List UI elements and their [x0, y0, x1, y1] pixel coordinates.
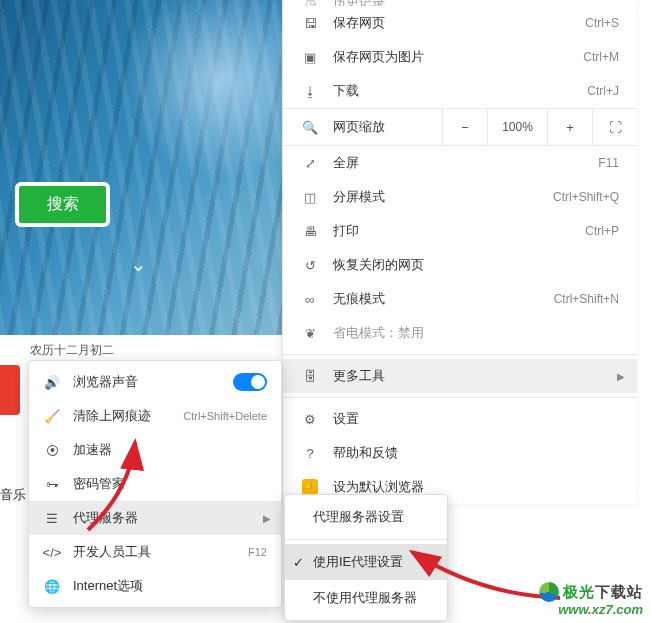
- menu-label: 密码管家: [73, 475, 267, 493]
- more-tools-menu: 🔊 浏览器声音 🧹 清除上网痕迹 Ctrl+Shift+Delete ⦿ 加速器…: [28, 360, 282, 608]
- menu-item-zoom: 🔍 网页缩放 − 100% + ⛶: [283, 108, 637, 146]
- watermark-title: 极光下载站: [563, 583, 643, 602]
- menu-label: 帮助和反馈: [333, 444, 619, 462]
- menu-label: 省电模式：禁用: [333, 324, 619, 342]
- menu-shortcut: F12: [248, 546, 267, 558]
- tools-item-proxy-server[interactable]: ☰ 代理服务器 ▶: [29, 501, 281, 535]
- menu-label: 设置: [333, 410, 619, 428]
- fullscreen-icon: ⤢: [301, 156, 319, 171]
- incognito-icon: ∞: [301, 292, 319, 307]
- menu-label: 恢复关闭的网页: [333, 256, 619, 274]
- menu-item-help[interactable]: ? 帮助和反馈: [283, 436, 637, 470]
- menu-item-save-page[interactable]: 🖫 保存网页 Ctrl+S: [283, 6, 637, 40]
- menu-item-split-screen[interactable]: ◫ 分屏模式 Ctrl+Shift+Q: [283, 180, 637, 214]
- menu-label: 不使用代理服务器: [313, 589, 417, 607]
- menu-label: 代理服务器: [73, 509, 267, 527]
- menu-shortcut: Ctrl+S: [585, 16, 619, 30]
- tools-item-browser-sound[interactable]: 🔊 浏览器声音: [29, 365, 281, 399]
- menu-label: 全屏: [333, 154, 598, 172]
- chevron-down-icon[interactable]: ⌄: [130, 252, 147, 276]
- menu-label: 无痕模式: [333, 290, 554, 308]
- proxy-settings-item[interactable]: 代理服务器设置: [285, 499, 447, 535]
- menu-label: 开发人员工具: [73, 543, 248, 561]
- speed-icon: ⦿: [43, 443, 61, 458]
- menu-label: 代理服务器设置: [313, 508, 404, 526]
- menu-item-download[interactable]: ⭳ 下载 Ctrl+J: [283, 74, 637, 108]
- code-icon: </>: [43, 545, 61, 560]
- menu-label: 分屏模式: [333, 188, 553, 206]
- zoom-percent: 100%: [487, 108, 547, 146]
- save-page-icon: 🖫: [301, 16, 319, 31]
- browser-main-menu: ◷ 历史记录 🖫 保存网页 Ctrl+S ▣ 保存网页为图片 Ctrl+M ⭳ …: [282, 0, 637, 504]
- tools-item-accelerator[interactable]: ⦿ 加速器: [29, 433, 281, 467]
- tools-item-dev-tools[interactable]: </> 开发人员工具 F12: [29, 535, 281, 569]
- menu-label: 清除上网痕迹: [73, 407, 183, 425]
- tools-item-clear-traces[interactable]: 🧹 清除上网痕迹 Ctrl+Shift+Delete: [29, 399, 281, 433]
- search-button-label: 搜索: [47, 194, 79, 215]
- menu-shortcut: Ctrl+Shift+Delete: [183, 410, 267, 422]
- menu-separator: [283, 397, 637, 398]
- menu-item-save-as-image[interactable]: ▣ 保存网页为图片 Ctrl+M: [283, 40, 637, 74]
- reopen-icon: ↺: [301, 258, 319, 273]
- check-icon: ✓: [293, 555, 304, 570]
- sound-toggle[interactable]: [233, 373, 267, 391]
- menu-shortcut: Ctrl+M: [583, 50, 619, 64]
- zoom-out-button[interactable]: −: [442, 108, 487, 146]
- menu-shortcut: Ctrl+Shift+N: [554, 292, 619, 306]
- sidebar-music-label[interactable]: 音乐: [0, 486, 26, 504]
- tools-item-password-manager[interactable]: 🗝 密码管家: [29, 467, 281, 501]
- menu-label: 保存网页为图片: [333, 48, 583, 66]
- menu-label: 打印: [333, 222, 585, 240]
- download-icon: ⭳: [301, 84, 319, 99]
- menu-item-settings[interactable]: ⚙ 设置: [283, 402, 637, 436]
- menu-shortcut: Ctrl+Shift+Q: [553, 190, 619, 204]
- proxy-submenu: 代理服务器设置 ✓ 使用IE代理设置 不使用代理服务器: [284, 494, 448, 621]
- menu-separator: [283, 354, 637, 355]
- print-icon: 🖶: [301, 224, 319, 239]
- bg-highlight: [122, 0, 282, 180]
- red-side-strip: [0, 365, 20, 415]
- zoom-in-button[interactable]: +: [547, 108, 592, 146]
- chevron-right-icon: ▶: [263, 513, 271, 524]
- menu-shortcut: Ctrl+P: [585, 224, 619, 238]
- list-icon: ☰: [43, 511, 61, 526]
- menu-shortcut: Ctrl+J: [587, 84, 619, 98]
- broom-icon: 🧹: [43, 409, 61, 424]
- proxy-none-item[interactable]: 不使用代理服务器: [285, 580, 447, 616]
- menu-label: 使用IE代理设置: [313, 553, 403, 571]
- menu-label: Internet选项: [73, 577, 267, 595]
- menu-label: 更多工具: [333, 367, 619, 385]
- split-screen-icon: ◫: [301, 190, 319, 205]
- menu-label: 浏览器声音: [73, 373, 233, 391]
- proxy-use-ie-item[interactable]: ✓ 使用IE代理设置: [285, 544, 447, 580]
- leaf-icon: ❦: [301, 326, 319, 341]
- page-background: 搜索 ⌄: [0, 0, 282, 335]
- briefcase-icon: 🗄: [301, 369, 319, 384]
- zoom-icon: 🔍: [301, 120, 319, 135]
- menu-shortcut: F11: [598, 156, 619, 170]
- thumbs-up-icon: [301, 479, 319, 495]
- zoom-fullscreen-icon[interactable]: ⛶: [592, 108, 637, 146]
- menu-item-reopen-closed[interactable]: ↺ 恢复关闭的网页: [283, 248, 637, 282]
- menu-label: 网页缩放: [333, 118, 442, 136]
- menu-item-power-save[interactable]: ❦ 省电模式：禁用: [283, 316, 637, 350]
- watermark: 极光下载站 www.xz7.com: [539, 582, 643, 617]
- watermark-logo-icon: [539, 582, 559, 602]
- menu-label: 保存网页: [333, 14, 585, 32]
- watermark-url: www.xz7.com: [539, 602, 643, 617]
- menu-item-fullscreen[interactable]: ⤢ 全屏 F11: [283, 146, 637, 180]
- menu-label: 加速器: [73, 441, 267, 459]
- menu-label: 下载: [333, 82, 587, 100]
- search-button[interactable]: 搜索: [15, 182, 110, 227]
- chevron-right-icon: ▶: [617, 371, 625, 382]
- image-icon: ▣: [301, 50, 319, 65]
- tools-item-internet-options[interactable]: 🌐 Internet选项: [29, 569, 281, 603]
- menu-item-more-tools[interactable]: 🗄 更多工具 ▶: [283, 359, 637, 393]
- menu-separator: [285, 539, 447, 540]
- menu-item-print[interactable]: 🖶 打印 Ctrl+P: [283, 214, 637, 248]
- menu-item-incognito[interactable]: ∞ 无痕模式 Ctrl+Shift+N: [283, 282, 637, 316]
- sound-icon: 🔊: [43, 375, 61, 390]
- key-icon: 🗝: [43, 477, 61, 492]
- gear-icon: ⚙: [301, 412, 319, 427]
- lunar-date-text: 农历十二月初二: [30, 342, 114, 359]
